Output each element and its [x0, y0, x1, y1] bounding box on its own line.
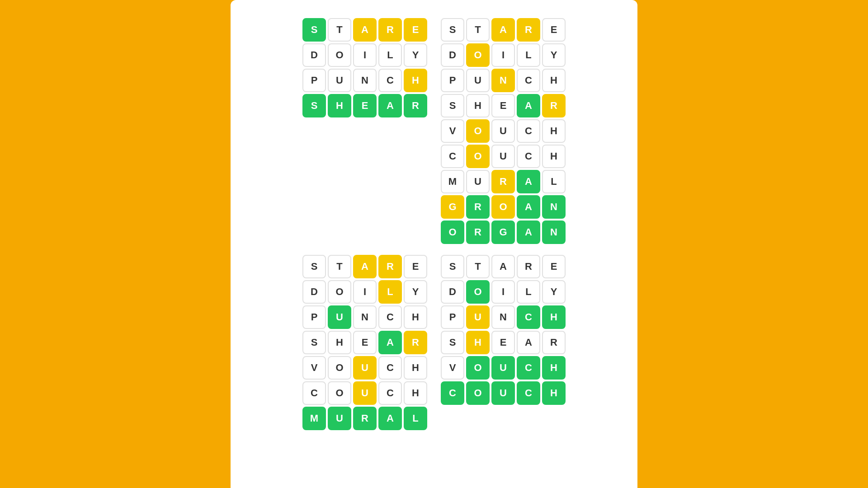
grid-cell: A — [353, 18, 377, 42]
grid-cell: R — [466, 195, 490, 219]
grid-cell: U — [491, 381, 515, 405]
grid-cell — [404, 170, 427, 193]
grid-row: COUCH — [441, 145, 566, 168]
grid-cell — [302, 457, 326, 481]
grid-cell — [328, 145, 351, 168]
grid-cell — [378, 195, 402, 219]
grid-cell: R — [491, 170, 515, 193]
grid-cell: H — [542, 119, 566, 143]
grid-cell — [328, 195, 351, 219]
grid-cell: R — [404, 94, 427, 117]
grid-cell — [353, 145, 377, 168]
grid-bottom-right: STAREDOILYPUNCHSHEARVOUCHCOUCH — [441, 255, 566, 483]
grid-cell: I — [353, 280, 377, 304]
grid-row: MURAL — [302, 407, 427, 430]
grid-cell: V — [441, 119, 464, 143]
main-card: STAREDOILYPUNCHSHEAR STAREDOILYPUNCHSHEA… — [231, 0, 637, 488]
grid-cell: V — [441, 356, 464, 380]
grid-cell: R — [466, 221, 490, 244]
grid-row — [302, 195, 427, 219]
grid-cell: N — [353, 69, 377, 92]
grid-cell — [378, 119, 402, 143]
grid-cell — [302, 119, 326, 143]
grid-cell — [302, 170, 326, 193]
grid-cell: R — [353, 407, 377, 430]
grid-cell — [517, 457, 540, 481]
grid-row: STARE — [441, 255, 566, 278]
grid-cell: O — [491, 195, 515, 219]
grid-cell: M — [302, 407, 326, 430]
grid-cell: L — [378, 43, 402, 67]
grid-cell: R — [378, 18, 402, 42]
grid-cell — [328, 119, 351, 143]
grid-row — [302, 119, 427, 143]
grid-cell: G — [491, 221, 515, 244]
grid-cell — [353, 170, 377, 193]
grid-cell: A — [491, 18, 515, 42]
grid-row — [302, 432, 427, 455]
grid-cell: C — [441, 381, 464, 405]
grid-cell: S — [441, 94, 464, 117]
grid-cell — [404, 432, 427, 455]
grid-cell — [404, 457, 427, 481]
grid-row: STARE — [302, 255, 427, 278]
grid-cell: R — [404, 331, 427, 354]
grid-row: COUCH — [441, 381, 566, 405]
grid-cell: D — [302, 280, 326, 304]
grid-cell: C — [517, 356, 540, 380]
grid-cell: L — [404, 407, 427, 430]
grid-cell: C — [441, 145, 464, 168]
grid-cell: O — [328, 43, 351, 67]
grid-cell: D — [441, 280, 464, 304]
grid-cell — [542, 457, 566, 481]
grid-row: STARE — [441, 18, 566, 42]
grid-cell — [466, 457, 490, 481]
grid-bottom-left: STAREDOILYPUNCHSHEARVOUCHCOUCHMURAL — [302, 255, 427, 483]
grid-cell: U — [491, 145, 515, 168]
grid-cell: N — [353, 305, 377, 329]
grid-cell: T — [466, 255, 490, 278]
grid-cell: A — [353, 255, 377, 278]
grid-cell: I — [491, 280, 515, 304]
grid-cell: C — [517, 145, 540, 168]
grid-cell — [378, 170, 402, 193]
grid-cell: H — [542, 356, 566, 380]
grid-cell: U — [466, 69, 490, 92]
grid-cell — [302, 195, 326, 219]
grid-cell — [302, 145, 326, 168]
grid-row: DOILY — [441, 43, 566, 67]
grid-cell — [353, 221, 377, 244]
grid-cell: Y — [542, 280, 566, 304]
grid-cell — [441, 432, 464, 455]
grid-row: VOUCH — [302, 356, 427, 380]
grid-cell: A — [517, 94, 540, 117]
grid-cell: E — [404, 255, 427, 278]
grid-row — [441, 457, 566, 481]
grid-cell — [466, 407, 490, 430]
grid-cell — [491, 457, 515, 481]
grid-cell: O — [466, 381, 490, 405]
grid-cell — [517, 407, 540, 430]
grid-cell — [404, 195, 427, 219]
grid-row: SHEAR — [302, 331, 427, 354]
grid-row: SHEAR — [441, 331, 566, 354]
grid-cell: E — [542, 18, 566, 42]
grid-cell: N — [542, 221, 566, 244]
grid-cell — [491, 432, 515, 455]
grid-cell: E — [353, 94, 377, 117]
grid-cell: D — [441, 43, 464, 67]
grid-cell: H — [328, 94, 351, 117]
grid-row — [302, 457, 427, 481]
grid-cell: H — [404, 69, 427, 92]
grid-cell: C — [517, 69, 540, 92]
grid-cell: C — [378, 356, 402, 380]
grid-cell: H — [466, 94, 490, 117]
grid-cell: T — [328, 255, 351, 278]
grid-cell — [353, 195, 377, 219]
grid-row: VOUCH — [441, 119, 566, 143]
grid-cell: T — [466, 18, 490, 42]
grid-cell — [404, 221, 427, 244]
grid-cell — [378, 432, 402, 455]
grid-cell: A — [491, 255, 515, 278]
grid-cell: E — [404, 18, 427, 42]
